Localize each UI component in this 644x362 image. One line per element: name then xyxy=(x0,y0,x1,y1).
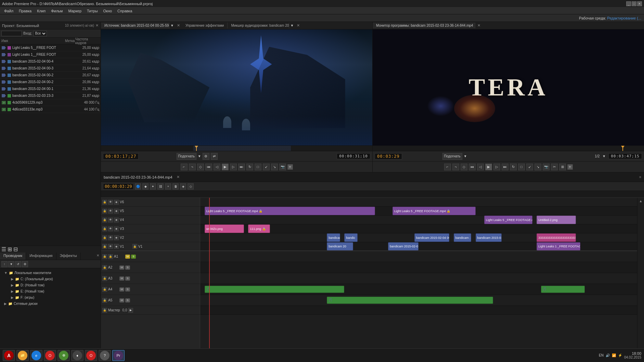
source-go-in-btn[interactable]: ⏮ xyxy=(205,164,212,170)
scroll-up-btn[interactable]: ▲ xyxy=(639,199,643,203)
program-monitor-video[interactable]: TERA xyxy=(373,29,644,145)
opera2-btn[interactable]: O xyxy=(85,350,97,361)
track-a1-lock[interactable]: 🔒 xyxy=(102,254,107,259)
sys-tray-speaker[interactable]: 🔊 xyxy=(606,353,610,357)
timeline-tab-close[interactable]: ✕ xyxy=(177,175,180,179)
source-tab-close[interactable]: ✕ xyxy=(175,23,182,28)
explorer-up-btn[interactable]: ↑ xyxy=(1,261,8,267)
track-a2-lock[interactable]: 🔒 xyxy=(102,265,107,270)
chrome-btn[interactable]: ⊕ xyxy=(57,350,70,361)
opera-btn[interactable]: O xyxy=(44,350,56,361)
timeline-link-btn[interactable]: ⛓ xyxy=(157,183,164,190)
project-search-input[interactable] xyxy=(1,31,22,36)
track-content-a4[interactable]: 🎵 🎵 xyxy=(200,284,637,295)
track-v5-lock[interactable]: 🔒 xyxy=(102,209,107,214)
blank-btn[interactable]: ? xyxy=(99,350,111,361)
program-tab-close[interactable]: ✕ xyxy=(475,23,482,28)
track-v3-lock[interactable]: 🔒 xyxy=(102,227,107,231)
track-content-a3[interactable] xyxy=(200,273,637,284)
track-a4-solo[interactable]: S xyxy=(125,287,130,292)
program-timecode-current[interactable]: 00:03:29 xyxy=(375,153,402,159)
mixer-tab-close[interactable]: ✕ xyxy=(295,23,302,28)
program-multi-cam-btn[interactable]: ⊞ xyxy=(559,164,566,170)
clip-v3-2[interactable]: 111.png 🔒 xyxy=(248,224,270,233)
menu-file[interactable]: Файл xyxy=(1,8,16,14)
project-item-3[interactable]: bandicam 2015-02-04 00-321,64 кадр xyxy=(0,65,101,72)
timeline-timecode[interactable]: 00:00:03:29 xyxy=(103,183,133,190)
track-a1-inner-lock[interactable]: 🔒 xyxy=(108,254,113,259)
menu-edit[interactable]: Правка xyxy=(16,8,34,14)
menu-help[interactable]: Справка xyxy=(115,8,135,14)
clip-v1-1[interactable]: bandicam 20 xyxy=(327,242,353,250)
track-v2-sync[interactable]: ◈ xyxy=(114,235,119,240)
source-overwrite-btn[interactable]: ↘ xyxy=(271,164,278,170)
track-a4-lock[interactable]: 🔒 xyxy=(102,287,107,292)
program-play-btn[interactable]: ▶ xyxy=(485,164,492,170)
mixer-tab-dropdown[interactable]: ▼ xyxy=(289,23,295,28)
track-v1-lock[interactable]: 🔒 xyxy=(102,244,107,249)
project-item-2[interactable]: bandicam 2015-02-04 00-420,61 кадр xyxy=(0,58,101,65)
drive-f-item[interactable]: ▶ 📁 F: (игры) xyxy=(8,294,99,300)
program-overwrite-btn[interactable]: ↘ xyxy=(534,164,541,170)
drive-c[interactable]: ▶ 📁 C: (Локальный диск) ▶ 📁 D: (Новый то… xyxy=(1,276,99,300)
project-item-4[interactable]: bandicam 2015-02-04 00-220,67 кадр xyxy=(0,72,101,79)
clip-v2-5[interactable]: bandicam 2015-02-04 xyxy=(476,233,502,242)
timeline-marker-btn[interactable]: ◈ xyxy=(180,183,186,190)
explorer-refresh-btn[interactable]: ↺ xyxy=(15,261,21,267)
project-item-5[interactable]: bandicam 2015-02-04 00-220,86 кадр xyxy=(0,79,101,86)
explorer-filter-btn[interactable]: ▼ xyxy=(8,261,14,267)
track-v6-sync[interactable]: ◈ xyxy=(114,200,119,205)
program-loop-btn[interactable]: ↻ xyxy=(510,164,517,170)
premiere-btn[interactable]: Pr xyxy=(112,350,125,361)
clip-v2-6[interactable]: 33333333333333333333333333333.png 🔒 xyxy=(537,233,576,242)
source-mark-out-btn[interactable]: ¬ xyxy=(189,164,196,170)
track-a5-mute[interactable]: M xyxy=(119,298,124,302)
program-step-back-btn[interactable]: ◁ xyxy=(477,164,484,170)
source-step-back-btn[interactable]: ◁ xyxy=(214,164,220,170)
clip-v4-2[interactable]: Untitled-2.png xyxy=(537,216,576,224)
track-content-v1[interactable]: bandicam 20 bandicam 2015-02-04 00-25-5 … xyxy=(200,242,637,251)
program-timeline-scrubber[interactable] xyxy=(373,145,644,151)
drive-e-item[interactable]: ▶ 📁 E: (Новый том) xyxy=(8,288,99,294)
icon-view-btn[interactable]: ⊟ xyxy=(13,246,18,253)
menu-marker[interactable]: Маркер xyxy=(65,8,84,14)
track-a3-lock[interactable]: 🔒 xyxy=(102,276,107,281)
menu-window[interactable]: Окно xyxy=(101,8,115,14)
menu-film[interactable]: Фильм xyxy=(48,8,65,14)
start-btn[interactable]: A xyxy=(3,350,15,361)
track-v2-eye[interactable]: 👁 xyxy=(108,235,113,240)
track-master-value[interactable]: 0,0 xyxy=(123,308,127,312)
minimize-button[interactable]: _ xyxy=(626,1,631,6)
source-loop-btn[interactable]: ↻ xyxy=(246,164,253,170)
new-item-btn[interactable]: ☰ xyxy=(1,246,6,253)
source-timeline-scrubber[interactable] xyxy=(101,145,372,151)
source-monitor-video[interactable] xyxy=(101,29,372,145)
program-insert-btn[interactable]: ↙ xyxy=(526,164,533,170)
track-v5-sync[interactable]: ◈ xyxy=(114,209,119,214)
timeline-panel-menu[interactable]: ≡ xyxy=(639,175,641,179)
track-content-a5[interactable]: 🎵 xyxy=(200,295,637,306)
clip-v2-1[interactable]: bandicam xyxy=(327,233,340,242)
track-a2-solo[interactable]: S xyxy=(125,266,130,270)
track-v2-lock[interactable]: 🔒 xyxy=(102,235,107,240)
clip-v3-1[interactable]: wCMZx.png xyxy=(205,224,244,233)
source-tab-effects[interactable]: Управление эффектами xyxy=(182,23,228,28)
clip-v2-3[interactable]: bandicam 2015-02-04 00-20-28-4 xyxy=(414,233,449,242)
tab-effects[interactable]: Эффекты xyxy=(56,253,81,260)
timeline-add-track-btn[interactable]: + xyxy=(165,183,171,190)
clip-a4-1[interactable]: 🎵 xyxy=(205,286,345,293)
clip-a5-1[interactable]: 🎵 xyxy=(327,297,493,304)
track-v3-sync[interactable]: ◈ xyxy=(114,227,119,231)
workspace-value[interactable]: Редактирование (... xyxy=(607,16,641,20)
track-v4-eye[interactable]: 👁 xyxy=(108,218,113,222)
close-button[interactable]: ✕ xyxy=(637,1,642,6)
track-a1-mute[interactable]: M xyxy=(125,255,130,259)
source-insert-btn[interactable]: ↙ xyxy=(263,164,270,170)
project-filter-select[interactable]: Все xyxy=(33,31,47,36)
source-play-btn[interactable]: ▶ xyxy=(222,164,229,170)
drive-c-item[interactable]: ▶ 📁 C: (Локальный диск) xyxy=(8,276,99,282)
program-fit-select[interactable]: Подогнать xyxy=(442,153,462,160)
clock-area[interactable]: 18:00 04.02.2015 xyxy=(624,351,641,359)
clip-v2-4[interactable]: bandicam ; xyxy=(454,233,471,242)
track-a5-solo[interactable]: S xyxy=(125,298,130,302)
